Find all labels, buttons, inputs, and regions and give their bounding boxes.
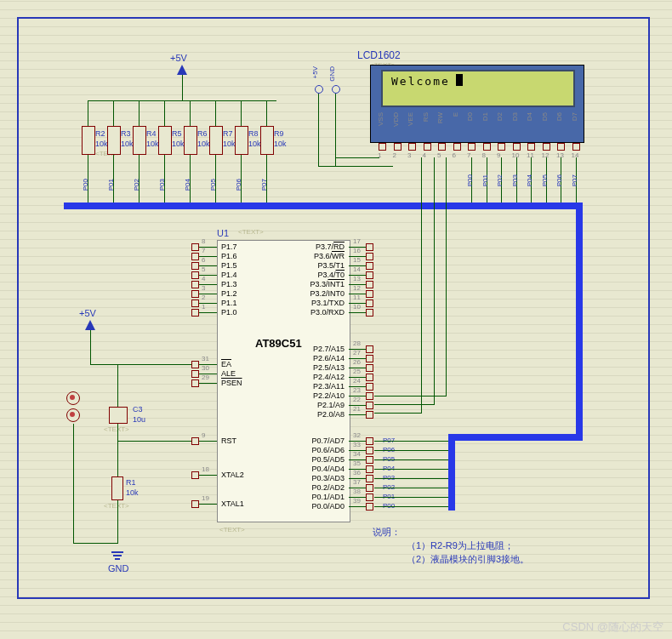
pinnum-l-9: 9 <box>202 431 205 439</box>
lcd-pinbox-13 <box>572 143 580 151</box>
net-p03-r: P03 <box>158 179 166 191</box>
pin-r-38 <box>366 494 373 501</box>
pinname-r-22: P2.1/A9 <box>302 401 345 409</box>
pinnum-r-36: 36 <box>353 469 361 476</box>
pinnum-r-15: 15 <box>353 256 361 264</box>
pinname-l-29: PSEN <box>221 379 242 387</box>
bus-to-p0 <box>448 434 455 511</box>
pin-r-33 <box>366 447 373 454</box>
pinnum-r-14: 14 <box>353 265 361 273</box>
lcd-pinnum-4: 5 <box>437 151 441 159</box>
gnd-bar1 <box>111 551 123 553</box>
lcd-pinnum-1: 2 <box>393 151 396 159</box>
p0wire <box>374 497 448 498</box>
lcd-pin-D2: D2 <box>496 112 504 121</box>
net-lcd-p03: P03 <box>511 174 519 186</box>
pinwire <box>199 441 217 442</box>
resistor-r1 <box>111 476 123 500</box>
wire <box>117 441 118 466</box>
lcd-pin-D1: D1 <box>481 112 489 121</box>
p0wire <box>374 450 448 451</box>
r4-name: R4 <box>146 129 157 138</box>
pinname-r-37: P0.2/AD2 <box>302 483 345 492</box>
lcd-title: LCD1602 <box>357 49 401 61</box>
wire-rs <box>421 157 422 413</box>
pinname-l-1: P1.0 <box>221 308 237 317</box>
r3-name: R3 <box>121 129 131 138</box>
net-lcd-p06: P06 <box>555 174 563 186</box>
pinnum-r-17: 17 <box>353 237 361 245</box>
power-5v-arrow-top <box>177 65 187 75</box>
notes-title: 说明： <box>373 526 401 539</box>
pin-l-9 <box>191 437 199 445</box>
pin-r-26 <box>366 364 373 372</box>
pin-l-2 <box>191 300 199 307</box>
resistor-r3 <box>107 126 121 155</box>
wire <box>374 396 447 397</box>
p0wire <box>374 478 448 479</box>
net-p05-r: P05 <box>209 179 217 191</box>
lcd-pinbox-7 <box>483 143 491 151</box>
r4-val: 10k <box>146 140 159 148</box>
pinnum-l-6: 6 <box>202 256 205 264</box>
pinname-r-28: P2.7/A15 <box>302 345 345 353</box>
gnd-lcd: GND <box>328 66 336 82</box>
lcd-pinbox-5 <box>453 143 461 151</box>
c3-name: C3 <box>133 405 143 414</box>
pin-r-21 <box>366 411 373 419</box>
lcd-pinbox-10 <box>527 143 535 151</box>
lcd-display-text: Welcome <box>391 75 450 88</box>
reset-button[interactable] <box>66 391 80 405</box>
pinname-l-30: ALE <box>221 369 236 378</box>
pin-r-25 <box>366 374 373 381</box>
net-lcd-p05: P05 <box>541 174 549 186</box>
notes-line1: （1）R2-R9为上拉电阻； <box>407 539 514 552</box>
schematic-canvas[interactable]: +5V R2 10k <TEXT> R3 10k R4 10k R5 10k R… <box>0 0 672 639</box>
pin-l-29 <box>191 379 199 387</box>
watermark: CSDN @随心的天空 <box>562 619 663 635</box>
wire <box>335 157 379 158</box>
pin-r-10 <box>366 309 373 317</box>
r8-val: 10k <box>248 140 261 148</box>
pinwire <box>349 506 366 507</box>
wire <box>190 100 191 126</box>
pinnum-r-23: 23 <box>353 386 361 394</box>
lcd-pin-D7: D7 <box>571 112 578 121</box>
wire <box>139 100 140 126</box>
pinnum-l-7: 7 <box>202 247 205 254</box>
resistor-r2 <box>82 126 95 155</box>
lcd-pinnum-2: 3 <box>407 151 411 159</box>
lcd-cursor <box>456 74 463 86</box>
wire <box>215 100 216 126</box>
wire-rst <box>117 441 191 442</box>
lcd-pin-VDD: VDD <box>392 112 400 127</box>
pinnum-r-33: 33 <box>353 441 361 448</box>
pin-r-24 <box>366 383 373 391</box>
pinname-l-19: XTAL1 <box>221 499 244 508</box>
pinnum-l-30: 30 <box>202 364 209 372</box>
pinname-r-15: P3.5/T1 <box>302 261 345 270</box>
lcd-pin-VEE: VEE <box>407 112 414 126</box>
lcd-pinbox-0 <box>379 143 386 151</box>
wire <box>182 75 183 100</box>
p0wire <box>374 441 448 442</box>
lcd-pinbox-11 <box>543 143 550 151</box>
r5-name: R5 <box>172 129 182 138</box>
pinwire <box>349 414 366 415</box>
wire <box>73 424 74 543</box>
lcd-pinbox-3 <box>424 143 431 151</box>
lcd-pinbox-12 <box>557 143 565 151</box>
r1-name: R1 <box>126 478 136 487</box>
pinname-r-24: P2.3/A11 <box>302 382 345 391</box>
net-p04-r: P04 <box>184 179 191 191</box>
lcd-pinbox-4 <box>438 143 446 151</box>
pinnum-r-11: 11 <box>353 294 361 301</box>
net-lcd-p07: P07 <box>571 174 578 186</box>
wire <box>113 100 114 126</box>
gnd-label: GND <box>108 563 128 573</box>
pinwire <box>199 312 217 313</box>
lcd-pin-E: E <box>452 112 459 117</box>
wire-ea <box>90 364 191 365</box>
text-label: <TEXT> <box>219 526 245 533</box>
lcd-pin-RS: RS <box>422 112 430 122</box>
